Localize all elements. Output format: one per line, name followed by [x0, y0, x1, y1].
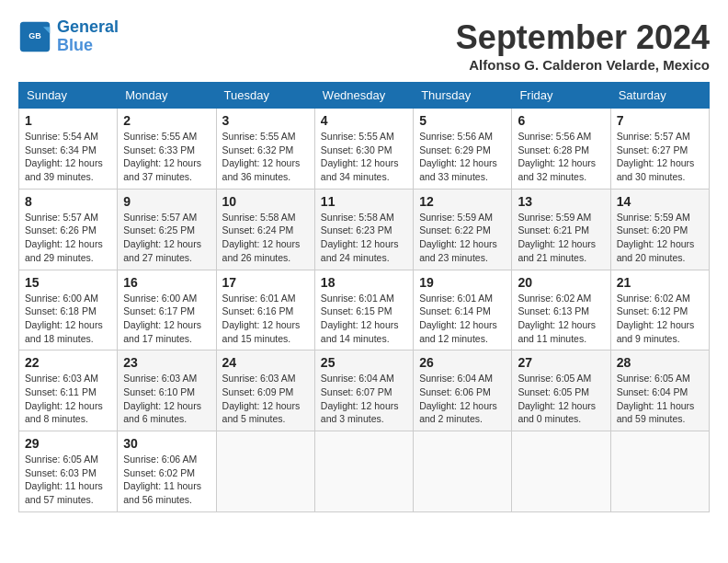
day-number: 22 — [25, 355, 111, 370]
day-info: Sunrise: 5:58 AM Sunset: 6:24 PM Dayligh… — [222, 211, 309, 265]
col-header-tuesday: Tuesday — [216, 83, 314, 109]
calendar-cell: 19 Sunrise: 6:01 AM Sunset: 6:14 PM Dayl… — [414, 270, 512, 350]
day-info: Sunrise: 6:03 AM Sunset: 6:09 PM Dayligh… — [222, 372, 309, 426]
day-number: 10 — [222, 194, 309, 209]
calendar-cell — [512, 431, 610, 512]
day-info: Sunrise: 5:57 AM Sunset: 6:25 PM Dayligh… — [123, 211, 210, 265]
page-header: GB General Blue September 2024 Alfonso G… — [18, 18, 710, 73]
calendar-header-row: SundayMondayTuesdayWednesdayThursdayFrid… — [19, 83, 710, 109]
calendar-week-row: 29 Sunrise: 6:05 AM Sunset: 6:03 PM Dayl… — [19, 431, 710, 512]
calendar-cell: 3 Sunrise: 5:55 AM Sunset: 6:32 PM Dayli… — [216, 109, 314, 190]
day-info: Sunrise: 5:59 AM Sunset: 6:20 PM Dayligh… — [617, 211, 703, 265]
calendar-week-row: 1 Sunrise: 5:54 AM Sunset: 6:34 PM Dayli… — [19, 109, 710, 190]
title-section: September 2024 Alfonso G. Calderon Velar… — [456, 18, 710, 73]
day-info: Sunrise: 6:02 AM Sunset: 6:13 PM Dayligh… — [518, 292, 604, 346]
day-number: 14 — [617, 194, 703, 209]
day-number: 13 — [518, 194, 604, 209]
calendar-cell: 7 Sunrise: 5:57 AM Sunset: 6:27 PM Dayli… — [610, 109, 709, 190]
location-subtitle: Alfonso G. Calderon Velarde, Mexico — [456, 57, 710, 73]
calendar-cell — [414, 431, 512, 512]
day-info: Sunrise: 5:57 AM Sunset: 6:27 PM Dayligh… — [617, 130, 703, 184]
day-info: Sunrise: 6:00 AM Sunset: 6:18 PM Dayligh… — [25, 292, 111, 346]
day-number: 1 — [25, 113, 111, 128]
day-info: Sunrise: 5:54 AM Sunset: 6:34 PM Dayligh… — [25, 130, 111, 184]
day-info: Sunrise: 6:01 AM Sunset: 6:15 PM Dayligh… — [321, 292, 407, 346]
day-info: Sunrise: 5:56 AM Sunset: 6:29 PM Dayligh… — [419, 130, 506, 184]
day-number: 26 — [419, 355, 506, 370]
day-number: 29 — [25, 436, 111, 451]
day-number: 8 — [25, 194, 111, 209]
day-number: 16 — [123, 275, 210, 290]
day-info: Sunrise: 5:59 AM Sunset: 6:21 PM Dayligh… — [518, 211, 604, 265]
day-number: 27 — [518, 355, 604, 370]
day-number: 19 — [419, 275, 506, 290]
calendar-cell: 21 Sunrise: 6:02 AM Sunset: 6:12 PM Dayl… — [610, 270, 709, 350]
day-info: Sunrise: 5:59 AM Sunset: 6:22 PM Dayligh… — [419, 211, 506, 265]
calendar-cell: 9 Sunrise: 5:57 AM Sunset: 6:25 PM Dayli… — [118, 189, 216, 270]
calendar-cell — [610, 431, 709, 512]
calendar-cell: 16 Sunrise: 6:00 AM Sunset: 6:17 PM Dayl… — [118, 270, 216, 350]
day-number: 6 — [518, 113, 604, 128]
calendar-cell: 12 Sunrise: 5:59 AM Sunset: 6:22 PM Dayl… — [414, 189, 512, 270]
day-info: Sunrise: 6:03 AM Sunset: 6:11 PM Dayligh… — [25, 372, 111, 426]
day-number: 5 — [419, 113, 506, 128]
logo-line1: General — [57, 17, 119, 36]
calendar-cell: 26 Sunrise: 6:04 AM Sunset: 6:06 PM Dayl… — [414, 350, 512, 431]
calendar-cell: 17 Sunrise: 6:01 AM Sunset: 6:16 PM Dayl… — [216, 270, 314, 350]
calendar-cell — [314, 431, 413, 512]
day-number: 18 — [321, 275, 407, 290]
day-info: Sunrise: 6:04 AM Sunset: 6:06 PM Dayligh… — [419, 372, 506, 426]
calendar-cell: 4 Sunrise: 5:55 AM Sunset: 6:30 PM Dayli… — [314, 109, 413, 190]
day-info: Sunrise: 6:05 AM Sunset: 6:03 PM Dayligh… — [25, 453, 111, 507]
calendar-cell: 6 Sunrise: 5:56 AM Sunset: 6:28 PM Dayli… — [512, 109, 610, 190]
day-info: Sunrise: 6:05 AM Sunset: 6:04 PM Dayligh… — [617, 372, 703, 426]
day-info: Sunrise: 6:06 AM Sunset: 6:02 PM Dayligh… — [123, 453, 210, 507]
calendar-week-row: 22 Sunrise: 6:03 AM Sunset: 6:11 PM Dayl… — [19, 350, 710, 431]
day-info: Sunrise: 5:55 AM Sunset: 6:30 PM Dayligh… — [321, 130, 407, 184]
day-number: 4 — [321, 113, 407, 128]
col-header-sunday: Sunday — [19, 83, 118, 109]
calendar-week-row: 15 Sunrise: 6:00 AM Sunset: 6:18 PM Dayl… — [19, 270, 710, 350]
day-number: 24 — [222, 355, 309, 370]
calendar-cell: 5 Sunrise: 5:56 AM Sunset: 6:29 PM Dayli… — [414, 109, 512, 190]
day-number: 20 — [518, 275, 604, 290]
calendar-cell: 29 Sunrise: 6:05 AM Sunset: 6:03 PM Dayl… — [19, 431, 118, 512]
calendar-cell: 27 Sunrise: 6:05 AM Sunset: 6:05 PM Dayl… — [512, 350, 610, 431]
day-number: 30 — [123, 436, 210, 451]
logo-icon: GB — [18, 20, 51, 53]
day-number: 15 — [25, 275, 111, 290]
calendar-cell: 20 Sunrise: 6:02 AM Sunset: 6:13 PM Dayl… — [512, 270, 610, 350]
day-number: 12 — [419, 194, 506, 209]
day-number: 11 — [321, 194, 407, 209]
day-number: 2 — [123, 113, 210, 128]
day-number: 23 — [123, 355, 210, 370]
calendar-week-row: 8 Sunrise: 5:57 AM Sunset: 6:26 PM Dayli… — [19, 189, 710, 270]
calendar-cell: 23 Sunrise: 6:03 AM Sunset: 6:10 PM Dayl… — [118, 350, 216, 431]
day-info: Sunrise: 6:00 AM Sunset: 6:17 PM Dayligh… — [123, 292, 210, 346]
col-header-friday: Friday — [512, 83, 610, 109]
day-info: Sunrise: 6:02 AM Sunset: 6:12 PM Dayligh… — [617, 292, 703, 346]
calendar-cell: 13 Sunrise: 5:59 AM Sunset: 6:21 PM Dayl… — [512, 189, 610, 270]
calendar-cell: 2 Sunrise: 5:55 AM Sunset: 6:33 PM Dayli… — [118, 109, 216, 190]
month-title: September 2024 — [456, 18, 710, 57]
logo: GB General Blue — [18, 18, 119, 55]
calendar-cell: 14 Sunrise: 5:59 AM Sunset: 6:20 PM Dayl… — [610, 189, 709, 270]
day-number: 9 — [123, 194, 210, 209]
day-info: Sunrise: 6:01 AM Sunset: 6:14 PM Dayligh… — [419, 292, 506, 346]
calendar-cell: 10 Sunrise: 5:58 AM Sunset: 6:24 PM Dayl… — [216, 189, 314, 270]
calendar-cell: 30 Sunrise: 6:06 AM Sunset: 6:02 PM Dayl… — [118, 431, 216, 512]
day-info: Sunrise: 5:57 AM Sunset: 6:26 PM Dayligh… — [25, 211, 111, 265]
day-number: 17 — [222, 275, 309, 290]
day-info: Sunrise: 5:55 AM Sunset: 6:32 PM Dayligh… — [222, 130, 309, 184]
calendar-cell: 25 Sunrise: 6:04 AM Sunset: 6:07 PM Dayl… — [314, 350, 413, 431]
day-info: Sunrise: 6:01 AM Sunset: 6:16 PM Dayligh… — [222, 292, 309, 346]
calendar-cell: 8 Sunrise: 5:57 AM Sunset: 6:26 PM Dayli… — [19, 189, 118, 270]
day-number: 3 — [222, 113, 309, 128]
day-info: Sunrise: 6:05 AM Sunset: 6:05 PM Dayligh… — [518, 372, 604, 426]
day-info: Sunrise: 6:04 AM Sunset: 6:07 PM Dayligh… — [321, 372, 407, 426]
calendar-cell: 24 Sunrise: 6:03 AM Sunset: 6:09 PM Dayl… — [216, 350, 314, 431]
calendar-cell: 22 Sunrise: 6:03 AM Sunset: 6:11 PM Dayl… — [19, 350, 118, 431]
calendar-cell — [216, 431, 314, 512]
calendar-table: SundayMondayTuesdayWednesdayThursdayFrid… — [18, 82, 710, 512]
day-number: 25 — [321, 355, 407, 370]
